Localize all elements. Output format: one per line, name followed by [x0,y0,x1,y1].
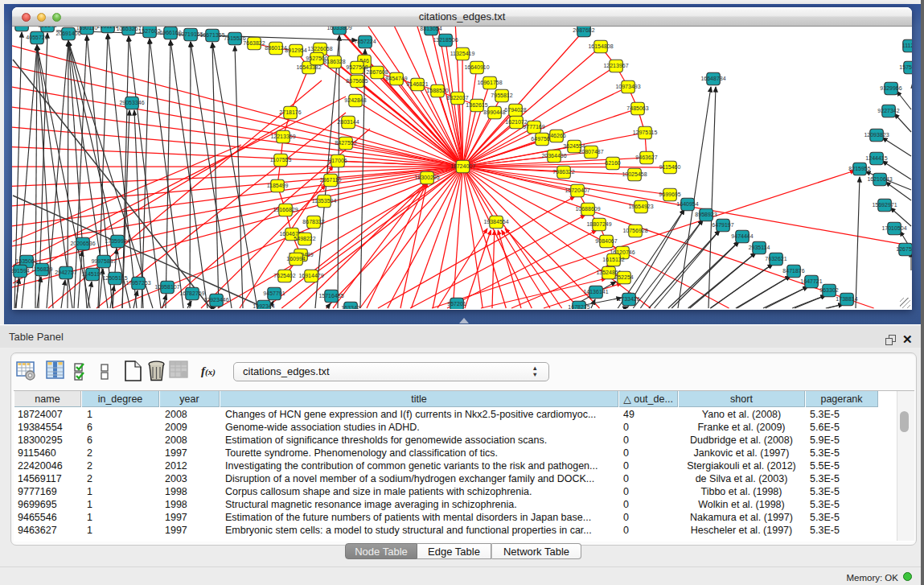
svg-text:10958107: 10958107 [154,284,179,290]
svg-text:996141: 996141 [38,27,56,28]
svg-text:7485063: 7485063 [626,105,648,111]
svg-text:3624554: 3624554 [563,143,585,149]
svg-text:9457791: 9457791 [263,290,285,296]
svg-text:8678332: 8678332 [302,219,324,225]
svg-text:8860124: 8860124 [265,45,286,51]
svg-text:8215955: 8215955 [848,166,870,171]
svg-text:9777169: 9777169 [523,124,544,130]
svg-text:14136141: 14136141 [583,289,608,295]
svg-text:7986322: 7986322 [552,169,574,175]
svg-text:18300295: 18300295 [414,175,439,180]
svg-text:16782759: 16782759 [179,290,204,296]
svg-text:16210643: 16210643 [867,176,892,182]
svg-text:2718176: 2718176 [279,109,301,115]
svg-text:8675685: 8675685 [346,78,368,84]
svg-text:252254: 252254 [614,274,633,280]
svg-text:20691406: 20691406 [55,31,80,36]
svg-text:126753: 126753 [896,246,912,252]
svg-text:8958923: 8958923 [695,212,717,217]
svg-text:11353594: 11353594 [312,198,337,204]
svg-text:7857224: 7857224 [354,39,376,44]
svg-text:746266: 746266 [547,133,565,138]
svg-text:957201: 957201 [447,301,466,307]
svg-text:12923446: 12923446 [203,297,228,303]
svg-text:8471876: 8471876 [782,268,804,274]
svg-text:15720407: 15720407 [565,187,589,193]
svg-text:2935114: 2935114 [749,245,770,250]
svg-text:1678275: 1678275 [568,304,589,309]
svg-text:16961758: 16961758 [477,80,502,85]
svg-text:9242848: 9242848 [344,97,366,103]
svg-text:12093823: 12093823 [864,132,889,138]
svg-text:9474444: 9474444 [731,233,753,239]
svg-text:15692971: 15692971 [872,202,897,208]
svg-text:1640954: 1640954 [676,201,698,207]
svg-text:12213967: 12213967 [603,63,628,68]
svg-text:7955812: 7955812 [491,93,512,98]
svg-text:1156829: 1156829 [31,266,53,272]
svg-text:11325419: 11325419 [450,51,475,56]
svg-text:10025458: 10025458 [622,171,647,177]
svg-text:1107553: 1107553 [270,157,292,163]
svg-text:2867608: 2867608 [366,69,388,75]
svg-text:8912954: 8912954 [285,47,306,53]
svg-text:9115460: 9115460 [659,164,681,170]
svg-text:1733426: 1733426 [618,296,639,302]
svg-text:6794028: 6794028 [504,107,526,113]
svg-text:16671355: 16671355 [199,32,224,38]
svg-text:16033809: 16033809 [326,27,351,31]
svg-text:19654923: 19654923 [628,204,653,209]
svg-text:16154808: 16154808 [588,43,613,49]
svg-text:963302: 963302 [819,287,838,293]
svg-text:1588520: 1588520 [426,88,448,93]
svg-text:11120: 11120 [902,43,912,48]
svg-text:2942757: 2942757 [55,270,76,275]
svg-text:163342: 163342 [341,305,359,309]
svg-text:18807249: 18807249 [586,221,611,227]
svg-text:1185499: 1185499 [267,183,289,188]
svg-text:1575074: 1575074 [899,64,912,70]
svg-text:1362615: 1362615 [466,102,487,108]
svg-text:9329966: 9329966 [880,85,901,91]
svg-text:12975115: 12975115 [633,130,658,135]
svg-text:15716485: 15716485 [318,293,343,299]
svg-text:10756928: 10756928 [622,228,647,233]
svg-text:2803144: 2803144 [337,119,359,125]
svg-text:9527508: 9527508 [346,64,368,70]
svg-text:917006: 917006 [328,158,347,163]
svg-text:1145194: 1145194 [82,271,104,277]
svg-text:16648784: 16648784 [700,76,725,81]
svg-text:12505185: 12505185 [102,275,127,281]
svg-text:16914479: 16914479 [298,273,323,278]
svg-text:1092344: 1092344 [253,303,274,309]
svg-text:10688609: 10688609 [575,206,600,212]
svg-text:8427552: 8427552 [335,140,356,146]
svg-text:9227342: 9227342 [877,108,899,113]
svg-text:160994: 160994 [286,256,305,262]
svg-text:1535061: 1535061 [15,258,37,264]
svg-text:8186328: 8186328 [323,59,345,64]
svg-text:1738814: 1738814 [836,296,857,302]
svg-text:5498222: 5498222 [294,236,315,241]
svg-text:2087682: 2087682 [573,27,594,33]
svg-text:17010504: 17010504 [881,225,906,231]
svg-text:62160: 62160 [605,160,621,166]
svg-text:17957253: 17957253 [125,280,150,286]
svg-text:16543382: 16543382 [296,64,321,70]
svg-text:18724007: 18724007 [450,163,475,169]
svg-text:6479197: 6479197 [712,222,733,228]
svg-text:7663822: 7663822 [243,40,265,46]
svg-text:8813054: 8813054 [420,27,441,31]
svg-text:1647721: 1647721 [800,278,822,284]
svg-text:19384554: 19384554 [483,219,508,225]
svg-text:12213369: 12213369 [270,134,295,139]
svg-text:8454749: 8454749 [385,76,407,81]
svg-text:13226058: 13226058 [307,46,332,51]
svg-text:13218506: 13218506 [433,37,458,43]
svg-text:19166829: 19166829 [273,207,298,212]
svg-text:391594: 391594 [12,268,30,274]
svg-text:99975887: 99975887 [91,258,116,264]
svg-text:17359924: 17359924 [105,238,129,244]
svg-text:8990448: 8990448 [483,109,505,115]
svg-text:9084067: 9084067 [595,238,617,244]
